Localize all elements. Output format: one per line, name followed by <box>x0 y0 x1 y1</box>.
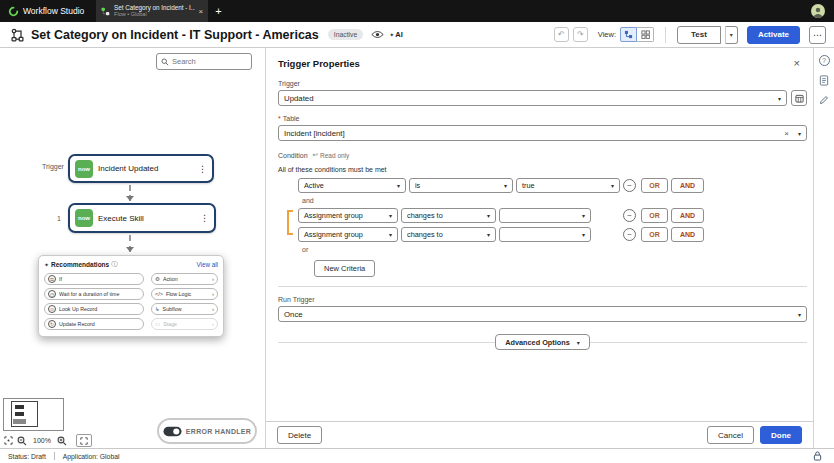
expand-minimap-button[interactable] <box>76 434 92 447</box>
add-stage-button[interactable]: ▭ Stage › <box>151 318 218 330</box>
new-tab-button[interactable]: + <box>215 6 221 17</box>
gear-icon: ⚙ <box>155 276 160 282</box>
view-all-link[interactable]: View all <box>196 261 218 268</box>
or-button[interactable]: OR <box>641 178 668 193</box>
calendar-icon <box>795 94 804 103</box>
table-combobox[interactable]: Incident [incident] × ▾ <box>278 125 807 141</box>
condition-value-select[interactable]: ▾ <box>499 227 591 242</box>
add-flow-logic-button[interactable]: </> Flow Logic › <box>151 288 218 300</box>
run-trigger-select[interactable]: Once ▾ <box>278 306 807 322</box>
error-handler-toggle[interactable]: ERROR HANDLER <box>157 418 257 444</box>
diagram-view-button[interactable] <box>620 27 637 42</box>
condition-field-select[interactable]: Assignment group ▾ <box>298 208 398 223</box>
chevron-down-icon: ▾ <box>778 95 781 102</box>
flow-canvas[interactable]: Trigger now Incident Updated ⋮ 1 now Exe… <box>0 48 265 448</box>
readonly-label: Read only <box>320 152 349 159</box>
diagram-view-icon <box>624 30 633 39</box>
activate-button[interactable]: Activate <box>747 26 800 44</box>
sparkle-icon: ✦ <box>44 261 49 268</box>
more-options-button[interactable]: ⋯ <box>809 26 826 44</box>
chevron-down-icon: ▾ <box>487 231 490 238</box>
flow-icon <box>10 28 25 42</box>
recommendation-if[interactable]: ⇆ If <box>44 273 144 285</box>
or-joiner: or <box>302 246 807 253</box>
preview-eye-icon[interactable] <box>371 30 384 39</box>
chevron-down-icon: ▾ <box>397 182 400 189</box>
condition-operator-select[interactable]: changes to ▾ <box>401 208 496 223</box>
chevron-right-icon: › <box>212 321 214 327</box>
kebab-menu-icon[interactable]: ⋮ <box>198 164 207 174</box>
and-button[interactable]: AND <box>671 178 704 193</box>
trigger-select[interactable]: Updated ▾ <box>278 90 787 106</box>
chevron-down-icon: ▾ <box>389 231 392 238</box>
info-icon[interactable]: ⓘ <box>111 260 117 269</box>
condition-group-bracket <box>287 210 293 235</box>
section-divider <box>278 286 807 287</box>
node-incident-updated[interactable]: now Incident Updated ⋮ <box>68 154 214 183</box>
done-button[interactable]: Done <box>760 426 802 444</box>
chevron-down-icon: ▾ <box>582 212 585 219</box>
recommendation-wait[interactable]: ◷ Wait for a duration of time <box>44 288 144 300</box>
close-panel-icon[interactable]: × <box>794 57 800 69</box>
condition-operator-select[interactable]: changes to ▾ <box>401 227 496 242</box>
condition-summary: All of these conditions must be met <box>278 166 807 173</box>
lock-icon[interactable] <box>813 451 822 461</box>
fit-to-screen-icon[interactable] <box>4 436 13 445</box>
and-button[interactable]: AND <box>671 227 704 242</box>
recommendation-update-record[interactable]: ↻ Update Record <box>44 318 144 330</box>
flow-header: Set Category on Incident - IT Support - … <box>0 22 834 48</box>
condition-field-select[interactable]: Assignment group ▾ <box>298 227 398 242</box>
flow-tab[interactable]: Set Category on Incident - I... Flow • G… <box>96 0 208 22</box>
grid-view-button[interactable] <box>637 27 654 42</box>
or-button[interactable]: OR <box>641 208 668 223</box>
now-logo-icon: now <box>75 160 93 178</box>
undo-button[interactable]: ↶ <box>554 27 569 42</box>
recommendation-look-up-record[interactable]: ⊙ Look Up Record <box>44 303 144 315</box>
search-input[interactable] <box>172 57 242 66</box>
node-execute-skill[interactable]: now Execute Skill ⋮ <box>68 203 216 233</box>
clear-icon[interactable]: × <box>784 129 789 138</box>
zoom-out-icon[interactable] <box>17 436 27 446</box>
cancel-button[interactable]: Cancel <box>707 426 754 444</box>
tab-close-icon[interactable]: × <box>199 7 204 16</box>
condition-field-select[interactable]: Active ▾ <box>298 178 406 193</box>
or-button[interactable]: OR <box>641 227 668 242</box>
and-button[interactable]: AND <box>671 208 704 223</box>
readonly-arrow-icon: ↩ <box>313 151 318 159</box>
new-criteria-button[interactable]: New Criteria <box>314 260 375 277</box>
add-action-button[interactable]: ⚙ Action › <box>151 273 218 285</box>
user-avatar[interactable] <box>811 4 825 18</box>
chevron-right-icon: › <box>212 306 214 312</box>
minimap[interactable] <box>3 398 64 431</box>
remove-condition-button[interactable]: − <box>623 209 636 222</box>
test-button[interactable]: Test <box>677 26 721 44</box>
kebab-menu-icon[interactable]: ⋮ <box>200 213 209 223</box>
condition-value-select[interactable]: ▾ <box>499 208 591 223</box>
chevron-down-icon: ▾ <box>577 339 580 346</box>
condition-row: Assignment group ▾ changes to ▾ ▾ <box>298 227 704 242</box>
delete-button[interactable]: Delete <box>277 426 322 444</box>
tab-title: Set Category on Incident - I... <box>114 4 194 11</box>
ai-toggle[interactable]: ✦ AI <box>389 30 403 39</box>
remove-condition-button[interactable]: − <box>623 179 636 192</box>
advanced-options-button[interactable]: Advanced Options ▾ <box>495 334 589 350</box>
add-subflow-button[interactable]: ↳ Subflow › <box>151 303 218 315</box>
test-dropdown-button[interactable]: ▾ <box>725 26 738 44</box>
toggle-icon <box>163 426 182 437</box>
trigger-schedule-button[interactable] <box>791 90 807 106</box>
sparkle-icon: ✦ <box>389 31 394 38</box>
zoom-controls: 100% <box>4 434 92 447</box>
condition-value-select[interactable]: true ▾ <box>516 178 620 193</box>
view-label: View: <box>598 30 616 39</box>
condition-operator-select[interactable]: is ▾ <box>409 178 513 193</box>
chevron-down-icon: ▾ <box>611 182 614 189</box>
document-icon[interactable] <box>819 75 829 86</box>
remove-condition-button[interactable]: − <box>623 228 636 241</box>
zoom-in-icon[interactable] <box>57 436 67 446</box>
pencil-icon[interactable] <box>819 95 829 105</box>
redo-button[interactable]: ↷ <box>573 27 588 42</box>
help-icon[interactable]: ? <box>819 55 830 66</box>
recommendations-title: Recommendations <box>51 261 109 268</box>
condition-row: Active ▾ is ▾ true ▾ − O <box>298 178 704 193</box>
chevron-down-icon[interactable]: ▾ <box>798 130 801 137</box>
